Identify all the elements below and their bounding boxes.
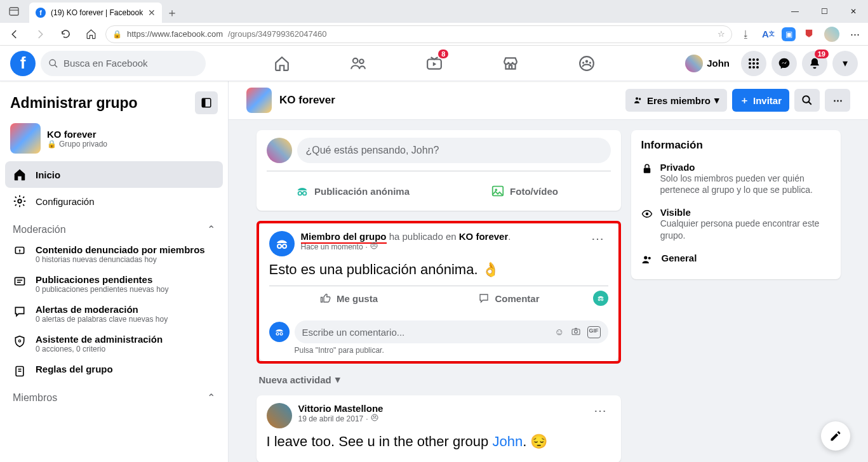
svg-rect-21 [202,98,205,107]
svg-rect-0 [10,8,18,15]
sidebar-item-reported[interactable]: Contenido denunciado por miembros0 histo… [5,239,223,269]
collapse-sidebar-button[interactable] [195,91,218,114]
svg-point-13 [756,58,759,61]
svg-line-36 [808,102,811,105]
browser-chrome: f (19) KO forever | Facebook ✕ ＋ ― ☐ ✕ 🔒… [0,0,868,46]
minimize-button[interactable]: ― [780,0,810,23]
post-body: Esto es una publicación anónima. 👌 [269,256,608,286]
url-host: https://www.facebook.com [127,29,223,39]
post-timestamp[interactable]: 19 de abril de 2017 [298,414,364,423]
browser-menu-icon[interactable]: ⋯ [845,25,864,44]
adblock-ext-icon[interactable]: ⛊ [799,25,818,44]
home-button[interactable] [80,25,102,44]
sidebar-item-label: Inicio [36,169,60,180]
svg-point-34 [639,98,641,100]
info-row-general: General [641,249,831,275]
group-name: KO forever [47,129,107,140]
group-more-button[interactable]: ⋯ [825,89,850,112]
sidebar-item-settings[interactable]: Configuración [5,188,223,214]
tabs-panel-button[interactable] [0,0,28,23]
messenger-button[interactable] [771,51,797,76]
account-menu-button[interactable]: ▾ [832,51,858,76]
chevron-down-icon: ▾ [714,95,719,106]
mention-link[interactable]: John [492,433,523,449]
svg-point-33 [636,97,638,100]
window-controls: ― ☐ ✕ [780,0,868,23]
post-group-link[interactable]: KO forever [459,231,509,242]
anon-avatar[interactable] [269,322,290,342]
invite-button[interactable]: ＋ Invitar [732,89,789,112]
sidebar-item-rules[interactable]: Reglas del grupo [5,359,223,383]
sidebar-item-assist[interactable]: Asistente de administración0 acciones, 0… [5,329,223,359]
tab-groups[interactable] [551,47,622,80]
sidebar-item-alerts[interactable]: Alertas de moderación0 alertas de palabr… [5,299,223,329]
sidebar-group-header[interactable]: KO forever 🔒Grupo privado [5,119,223,161]
camera-icon[interactable] [571,326,581,338]
forward-button[interactable] [29,25,51,44]
close-window-button[interactable]: ✕ [839,0,868,23]
profile-avatar-icon[interactable] [822,25,841,44]
anon-badge-icon[interactable] [593,291,608,306]
user-avatar[interactable] [267,403,292,428]
sort-dropdown[interactable]: Nueva actividad ▾ [257,374,621,385]
profile-chip[interactable]: John [683,52,736,75]
like-button[interactable]: Me gusta [269,287,429,309]
new-tab-button[interactable]: ＋ [162,3,182,23]
search-input[interactable]: Busca en Facebook [41,51,206,76]
sidebar-item-home[interactable]: Inicio [5,161,223,188]
svg-point-9 [582,62,584,63]
compose-fab[interactable] [821,421,850,451]
post-author[interactable]: Vittorio Mastellone [298,403,384,414]
feed-main: ¿Qué estás pensando, John? Publicación a… [257,130,621,462]
composer-photo-button[interactable]: Foto/vídeo [439,179,611,203]
member-status-button[interactable]: Eres miembro ▾ [625,89,727,112]
rules-icon [13,364,27,378]
main-column: KO forever Eres miembro ▾ ＋ Invitar ⋯ [229,81,868,462]
chevron-down-icon: ▾ [335,374,340,385]
svg-point-4 [352,58,357,63]
tab-friends[interactable] [323,47,394,80]
back-button[interactable] [4,25,25,44]
tab-marketplace[interactable] [475,47,546,80]
anon-avatar[interactable] [269,231,295,256]
translate-ext-icon[interactable]: A文 [759,25,778,44]
comment-button[interactable]: Comentar [429,287,589,309]
refresh-button[interactable] [55,25,76,44]
home-icon [13,168,27,182]
url-path: /groups/349799362047460 [228,29,326,39]
browser-tab[interactable]: f (19) KO forever | Facebook ✕ [29,3,162,23]
sidebar-section-moderation[interactable]: Moderación ⌃ [5,214,223,239]
emoji-icon[interactable]: ☺ [554,326,564,338]
svg-point-16 [756,62,759,65]
address-bar[interactable]: 🔒 https://www.facebook.com/groups/349799… [105,25,732,43]
post-timestamp[interactable]: Hace un momento [301,242,363,251]
pending-icon [13,274,27,288]
facebook-logo[interactable]: f [10,51,36,76]
maximize-button[interactable]: ☐ [810,0,839,23]
composer-input[interactable]: ¿Qué estás pensando, John? [297,138,611,163]
post-more-button[interactable]: ⋯ [587,231,608,246]
search-icon [48,58,58,69]
svg-point-56 [375,416,376,417]
sidebar-section-members[interactable]: Miembros ⌃ [5,383,223,407]
avatar[interactable] [267,138,292,163]
composer-anon-button[interactable]: Publicación anónima [267,179,439,203]
notifications-button[interactable]: 19 [802,51,827,76]
svg-point-60 [648,256,650,259]
group-search-button[interactable] [794,89,820,112]
svg-point-10 [589,62,591,63]
tab-watch[interactable]: 8 [399,47,470,80]
group-avatar[interactable] [246,88,272,113]
comment-input[interactable]: Escribe un comentario... ☺ GIF [295,320,608,343]
close-tab-icon[interactable]: ✕ [148,8,156,18]
menu-grid-button[interactable] [741,51,766,76]
address-bar-row: 🔒 https://www.facebook.com/groups/349799… [0,23,868,45]
post-more-button[interactable]: ⋯ [590,403,611,418]
favorite-icon[interactable]: ☆ [718,29,725,39]
sidebar-item-pending[interactable]: Publicaciones pendientes0 publicaciones … [5,269,223,299]
svg-point-53 [574,330,577,333]
tab-home[interactable] [246,47,317,80]
zoom-ext-icon[interactable]: ▣ [782,27,796,41]
downloads-icon[interactable]: ⭳ [736,25,755,44]
gif-icon[interactable]: GIF [587,326,601,338]
